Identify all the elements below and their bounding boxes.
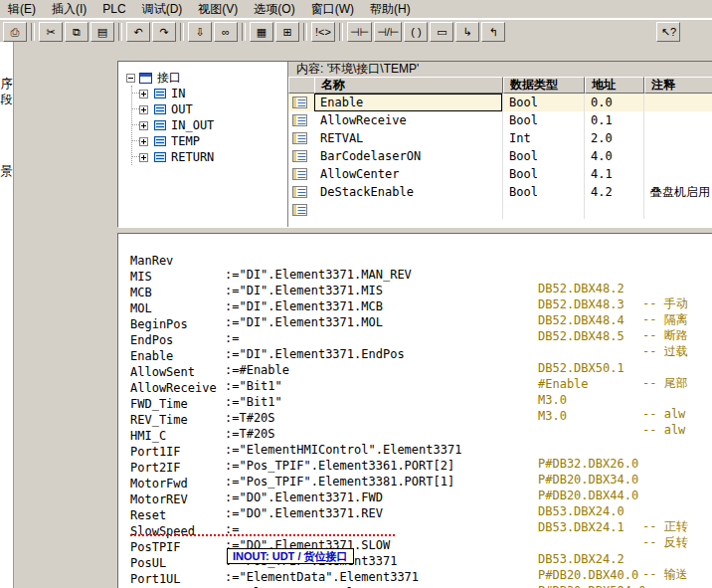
header-address[interactable]: 地址	[585, 77, 644, 94]
row-datatype[interactable]: Bool	[503, 94, 585, 111]
row-name[interactable]: RETVAL	[314, 129, 503, 147]
table-row[interactable]: Enable Bool 0.0	[288, 94, 712, 111]
copy-button[interactable]: ⧉	[65, 22, 89, 42]
program-elements-button[interactable]: ⊞	[275, 22, 299, 42]
expand-icon[interactable]	[139, 105, 148, 114]
row-name[interactable]	[314, 201, 503, 219]
code-line[interactable]: FWD_Time :=T#20S	[118, 383, 712, 399]
row-comment[interactable]	[644, 165, 712, 183]
collapse-icon[interactable]	[126, 74, 135, 83]
code-line[interactable]: Port1IF :="Pos_TPIF".Element3361.PORT[2]…	[118, 431, 712, 447]
code-line[interactable]: AllowReceive :="Bit1" M3.0 -- alw	[118, 367, 712, 383]
tree-item[interactable]: IN_OUT	[132, 117, 287, 133]
tree-item-label: OUT	[171, 102, 193, 116]
download-button[interactable]: ⇩	[188, 22, 212, 42]
contents-header: 内容: '环境\接口\TEMP'	[288, 62, 712, 78]
menu-item[interactable]: 辑(E)	[0, 0, 44, 20]
tree-item[interactable]: OUT	[132, 101, 287, 117]
row-name[interactable]: Enable	[314, 94, 503, 111]
lad-contact-no-button[interactable]: ⊣⊢	[347, 22, 372, 42]
code-line[interactable]: Port2UL :="ElementData".Element3381 P#DB…	[118, 574, 712, 588]
expand-icon[interactable]	[139, 137, 148, 146]
undo-button[interactable]: ↶	[126, 22, 150, 42]
code-line[interactable]: Enable :=#Enable #Enable	[118, 335, 712, 351]
code-line[interactable]: BeginPos :=	[118, 303, 712, 319]
code-line[interactable]: MCB :="DI".Element3371.MCB DB52.DBX48.4 …	[118, 272, 712, 288]
code-line[interactable]: Port1UL :="ElementData".Element3362 P#DB…	[118, 558, 712, 574]
row-comment[interactable]: 叠盘机启用	[644, 183, 712, 201]
row-datatype[interactable]: Bool	[503, 165, 585, 183]
table-row[interactable]: RETVAL Int 2.0	[288, 129, 712, 147]
expand-icon[interactable]	[139, 121, 148, 130]
row-comment[interactable]	[644, 94, 712, 111]
menu-item[interactable]: 视图(V)	[190, 0, 246, 20]
row-datatype[interactable]: Bool	[503, 111, 585, 129]
row-datatype[interactable]	[503, 201, 585, 219]
code-line[interactable]: Port2IF :="Pos_TPIF".Element3381.PORT[1]…	[118, 447, 712, 463]
table-row[interactable]: DeStackEnable Bool 4.2 叠盘机启用	[288, 183, 712, 201]
lad-open-branch-button[interactable]: ↳	[455, 22, 479, 42]
lad-coil-button[interactable]: ( )	[404, 22, 428, 42]
row-name[interactable]: AllowReceive	[314, 111, 503, 129]
lad-close-branch-button[interactable]: ↰	[481, 22, 505, 42]
table-row[interactable]: AllowCenter Bool 4.1	[288, 165, 712, 183]
row-name[interactable]: DeStackEnable	[314, 183, 503, 201]
tree-item[interactable]: RETURN	[132, 149, 287, 165]
code-line[interactable]: PosUL :="ElementData".Element3371 P#DB30…	[118, 542, 712, 558]
menu-item[interactable]: 调试(D)	[134, 0, 191, 20]
code-line[interactable]: HMI_C :="ElementHMIControl".Element3371 …	[118, 415, 712, 431]
header-datatype[interactable]: 数据类型	[503, 77, 585, 94]
row-datatype[interactable]: Bool	[503, 183, 585, 201]
code-line[interactable]: EndPos :="DI".Element3371.EndPos DB52.DB…	[118, 319, 712, 335]
row-comment[interactable]	[644, 147, 712, 165]
menu-item[interactable]: 插入(I)	[44, 0, 94, 20]
menu-item[interactable]: 选项(O)	[246, 0, 302, 20]
tree-item-interface[interactable]: 接口	[118, 70, 287, 86]
undo-icon: ↶	[133, 27, 142, 38]
expand-icon[interactable]	[139, 90, 148, 98]
print-button[interactable]: ⎙	[3, 22, 27, 42]
overview-button[interactable]: ▦	[250, 22, 273, 42]
table-row[interactable]: BarCodelaserON Bool 4.0	[288, 147, 712, 165]
table-row[interactable]	[288, 201, 712, 219]
table-row[interactable]: AllowReceive Bool 0.1	[288, 111, 712, 129]
lad-contact-nc-button[interactable]: ⊣/⊢	[374, 22, 402, 42]
declaration-row-icon	[292, 132, 307, 144]
code-line[interactable]: AllowSent :="Bit1" M3.0 -- alw	[118, 351, 712, 367]
menu-item[interactable]: PLC	[94, 0, 133, 18]
code-line[interactable]: MOL :="DI".Element3371.MOL DB52.DBX48.5 …	[118, 288, 712, 303]
code-line[interactable]: MIS :="DI".Element3371.MIS DB52.DBX48.3 …	[118, 256, 712, 272]
tree-item[interactable]: TEMP	[132, 133, 287, 149]
declaration-section-icon	[154, 136, 166, 146]
menu-item[interactable]: 窗口(W)	[303, 0, 362, 20]
code-line[interactable]: REV_Time :=T#20S	[118, 399, 712, 415]
cut-button[interactable]: ✂	[39, 22, 63, 42]
header-comment[interactable]: 注释	[644, 77, 712, 94]
help-pointer-button[interactable]: ↖?	[656, 22, 680, 42]
code-line[interactable]: SlowSpeed :="DO".Element3371.SLOW DB53.D…	[118, 510, 712, 526]
redo-button[interactable]: ↷	[152, 22, 176, 42]
code-line[interactable]: MotorREV :="DO".Element3371.REV DB53.DBX…	[118, 479, 712, 494]
row-datatype[interactable]: Int	[503, 129, 585, 147]
monitor-button[interactable]: ∞	[214, 22, 238, 42]
row-comment[interactable]	[644, 201, 712, 219]
toolbar-separator	[242, 23, 246, 41]
tooltip-text: INOUT: UDT / 货位接口	[233, 550, 348, 562]
row-comment[interactable]	[644, 129, 712, 147]
code-line[interactable]: ManRev :="DI".Element3371.MAN_REV DB52.D…	[118, 240, 712, 256]
row-datatype[interactable]: Bool	[503, 147, 585, 165]
interface-icon	[139, 73, 152, 84]
menu-item[interactable]: 帮助(H)	[362, 0, 419, 20]
status-onoff-button[interactable]: !<>	[311, 22, 335, 42]
paste-button[interactable]: ▤	[90, 22, 114, 42]
row-comment[interactable]	[644, 111, 712, 129]
code-line[interactable]: Reset :=	[118, 494, 712, 510]
row-name[interactable]: BarCodelaserON	[314, 147, 503, 165]
copy-icon: ⧉	[73, 27, 81, 38]
header-name[interactable]: 名称	[314, 77, 503, 94]
row-name[interactable]: AllowCenter	[314, 165, 503, 183]
lad-box-button[interactable]: ▭	[430, 22, 453, 42]
code-line[interactable]: MotorFwd :="DO".Element3371.FWD DB53.DBX…	[118, 463, 712, 479]
expand-icon[interactable]	[139, 153, 148, 162]
tree-item[interactable]: IN	[132, 86, 287, 101]
